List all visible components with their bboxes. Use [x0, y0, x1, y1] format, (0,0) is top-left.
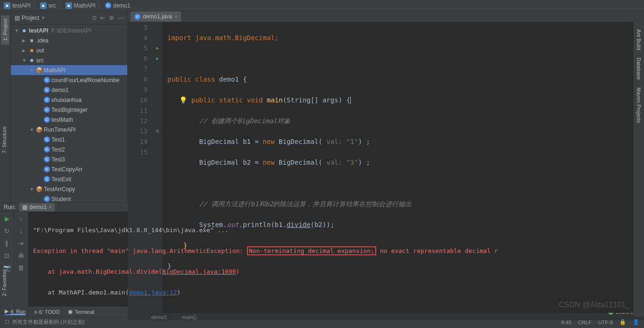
folder-icon: ■: [4, 2, 10, 9]
tree-root[interactable]: ▼■testAPIF:\IDEA\testAPI: [11, 25, 127, 35]
wrap-icon[interactable]: ⇥: [17, 239, 25, 247]
tree-file[interactable]: CcountFourLeafRoseNumbe: [11, 75, 127, 85]
chevron-right-icon: 〉: [58, 1, 64, 9]
package-icon: 📦: [36, 126, 42, 133]
package-icon: 📦: [36, 67, 42, 74]
tree-file[interactable]: CTest1: [11, 135, 127, 144]
target-icon[interactable]: ⊙: [92, 15, 97, 21]
run-icon: ▶: [5, 308, 8, 314]
run-label: Run:: [4, 204, 16, 210]
hide-icon[interactable]: —: [118, 15, 124, 21]
project-view-icon: ▤: [15, 15, 20, 21]
breadcrumb-item[interactable]: ■testAPI: [4, 2, 31, 9]
favorites-tab[interactable]: 2: Favorites: [0, 265, 8, 300]
tree-file[interactable]: Cshuixianhua: [11, 95, 127, 105]
run-icon[interactable]: ▶: [3, 215, 11, 222]
tree-folder[interactable]: ▶■.idea: [11, 35, 127, 45]
class-icon: C: [44, 166, 50, 172]
run-tool-tab[interactable]: ▶4: Run: [5, 308, 25, 315]
class-icon: C: [44, 107, 50, 113]
project-tree[interactable]: ▼■testAPIF:\IDEA\testAPI ▶■.idea ▶■out ▼…: [11, 25, 127, 202]
tree-file[interactable]: CStudent: [11, 194, 127, 202]
run-panel: Run: ▦ demo1 × ⚙ — ▶ ↻ ‖ ⊡ 📷 ↑ ↓ ⇥ 🖶 🗑 "…: [0, 202, 644, 306]
status-icon: ☐: [5, 319, 9, 325]
print-icon[interactable]: 🖶: [17, 252, 25, 259]
folder-icon: ■: [28, 47, 35, 54]
intention-bulb-icon[interactable]: 💡: [179, 96, 187, 104]
class-icon: C: [44, 87, 50, 93]
tree-file[interactable]: Cdemo1: [11, 85, 127, 95]
editor-tabs-bar: C demo1.java ×: [128, 11, 644, 22]
up-icon[interactable]: ↑: [17, 215, 25, 222]
class-icon: C: [44, 176, 50, 182]
project-panel-header: ▤ Project ▼ ⊙ ⇤ ⚙ —: [11, 11, 127, 25]
tree-folder[interactable]: ▶■out: [11, 45, 127, 55]
tree-file[interactable]: CTest3: [11, 154, 127, 164]
stack-link[interactable]: demo1.java:12: [129, 289, 177, 296]
run-tab[interactable]: ▦ demo1 ×: [19, 203, 55, 211]
class-icon: C: [44, 117, 50, 123]
breadcrumb-item[interactable]: ■src: [40, 2, 56, 9]
chevron-right-icon: 〉: [33, 1, 38, 9]
class-icon: C: [44, 146, 50, 152]
class-icon: C: [105, 2, 111, 8]
chevron-right-icon: 〉: [98, 1, 103, 9]
class-icon: C: [134, 14, 140, 20]
tree-package[interactable]: ▼📦RunTimeAPI: [11, 125, 127, 135]
tree-folder-src[interactable]: ▼■src: [11, 55, 127, 65]
tree-package[interactable]: ▼📦TestArrCopy: [11, 184, 127, 194]
stop-icon[interactable]: ↻: [3, 227, 11, 235]
chevron-down-icon[interactable]: ▼: [41, 16, 45, 20]
tree-file[interactable]: CtestMath: [11, 115, 127, 125]
tree-package[interactable]: ▼📦MathAPI: [11, 65, 127, 75]
down-icon[interactable]: ↓: [17, 227, 25, 235]
console-output[interactable]: "F:\Program Files\Java\jdk1.8.0_144\bin\…: [28, 212, 644, 328]
tree-file[interactable]: CTestExit: [11, 174, 127, 184]
close-icon[interactable]: ×: [174, 14, 177, 19]
structure-tab[interactable]: 7: Structure: [0, 123, 11, 157]
package-icon: ■: [66, 2, 72, 9]
class-icon: C: [44, 136, 50, 143]
app-icon: ▦: [22, 204, 27, 210]
breadcrumb-bar: ■testAPI 〉 ■src 〉 ■MathAPI 〉 Cdemo1: [0, 0, 644, 11]
pause-icon[interactable]: ‖: [3, 239, 11, 247]
tree-file[interactable]: CTestBigInteger: [11, 105, 127, 115]
tree-file[interactable]: CTest2: [11, 144, 127, 154]
run-gutter-icon[interactable]: ▶: [152, 53, 163, 64]
highlighted-error: Non-terminating decimal expansion;: [247, 246, 376, 255]
tab-label: demo1.java: [143, 13, 172, 20]
run-gutter-icon[interactable]: ▶: [152, 43, 163, 53]
project-panel: ▤ Project ▼ ⊙ ⇤ ⚙ — ▼■testAPIF:\IDEA\tes…: [11, 11, 128, 202]
class-icon: C: [44, 97, 50, 103]
editor-area: C demo1.java × 3456789101112131415 ▶ ▶ ⊟…: [128, 11, 644, 202]
ant-build-tab[interactable]: Ant Build: [635, 25, 643, 54]
class-icon: C: [44, 196, 50, 202]
breadcrumb-item[interactable]: Cdemo1: [105, 2, 131, 9]
breadcrumb-item[interactable]: ■MathAPI: [66, 2, 96, 9]
module-icon: ■: [21, 27, 27, 34]
folder-icon: ■: [40, 2, 47, 9]
class-icon: C: [44, 156, 50, 162]
gear-icon[interactable]: ⚙: [109, 15, 114, 21]
maven-tab[interactable]: Maven Projects: [635, 84, 643, 127]
fold-icon[interactable]: ⊟: [152, 126, 163, 136]
database-tab[interactable]: Database: [635, 54, 643, 84]
project-header-label[interactable]: Project: [22, 15, 39, 21]
left-tool-stripe: 1: Project: [0, 11, 11, 202]
package-icon: 📦: [36, 186, 42, 193]
editor-tab[interactable]: C demo1.java ×: [131, 11, 181, 22]
collapse-icon[interactable]: ⇤: [100, 15, 105, 21]
source-folder-icon: ■: [28, 57, 35, 64]
class-icon: C: [44, 77, 50, 83]
close-icon[interactable]: ×: [49, 204, 52, 210]
tree-file[interactable]: CTestCopyArr: [11, 164, 127, 174]
folder-icon: ■: [28, 37, 35, 44]
stack-link[interactable]: BigDecimal.java:1690: [162, 268, 236, 275]
clear-icon[interactable]: 🗑: [17, 264, 25, 271]
project-tab[interactable]: 1: Project: [1, 15, 9, 44]
exit-icon[interactable]: ⊡: [3, 252, 11, 259]
